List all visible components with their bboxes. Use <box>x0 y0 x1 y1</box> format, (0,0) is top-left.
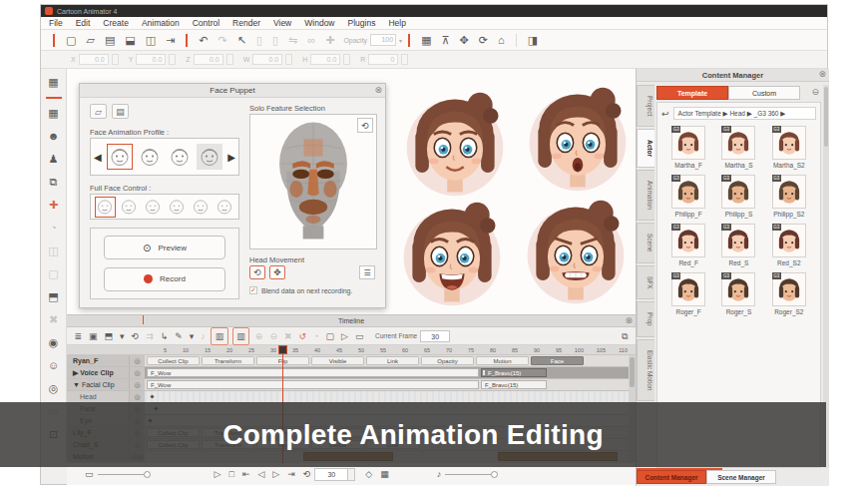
content-side-tab[interactable]: Elastic Motion <box>637 339 654 401</box>
transform-field-input[interactable]: 0.0 <box>252 54 282 65</box>
full-face-6[interactable] <box>215 197 235 218</box>
link-icon[interactable]: ∞ <box>302 31 320 50</box>
breadcrumb-back-icon[interactable]: ↩ <box>661 109 669 119</box>
new-project-icon[interactable]: ▢ <box>61 31 81 50</box>
menu-item[interactable]: Window <box>304 18 334 28</box>
next-frame-button[interactable]: ▷ <box>268 465 283 484</box>
transform-field-spinner[interactable] <box>401 54 408 65</box>
timeline-close-icon[interactable]: ⊗ <box>625 315 633 325</box>
menu-item[interactable]: Edit <box>76 18 91 28</box>
play-settings-icon[interactable]: ◇ <box>361 465 376 484</box>
frame-spinner[interactable] <box>348 468 355 481</box>
prop-icon[interactable]: ⬒ <box>48 285 58 308</box>
pin-icon[interactable]: ⊼ <box>437 31 455 50</box>
character-head-surprised[interactable] <box>520 81 636 201</box>
paste-icon[interactable]: ▯ <box>267 31 283 50</box>
save-profile-icon[interactable]: ▤ <box>112 104 129 119</box>
content-side-tab[interactable]: Project <box>637 85 654 127</box>
menu-item[interactable]: Render <box>232 18 260 28</box>
content-side-tab[interactable]: Prop <box>637 301 654 337</box>
motion-icon[interactable]: ♟ <box>49 148 59 171</box>
keyframe-lane[interactable] <box>145 391 636 402</box>
preview-button[interactable]: ⊙ Preview <box>104 236 225 259</box>
rotate-tool-icon[interactable]: ⟳ <box>474 31 493 50</box>
collect-clip-caret-icon[interactable]: ▾ <box>117 328 129 344</box>
character-head-laugh[interactable] <box>394 196 510 314</box>
template-item[interactable]: G3 Philipp_S2 <box>764 175 814 218</box>
template-item[interactable]: G3 Roger_F <box>663 272 713 315</box>
open-project-icon[interactable]: ▱ <box>81 31 99 50</box>
sample-key-icon[interactable]: ◔ <box>310 328 322 344</box>
content-side-tab[interactable]: Scene <box>637 223 654 262</box>
transform-field-input[interactable]: 0.0 <box>79 54 109 65</box>
reset-view-icon[interactable]: ⟲ <box>357 118 373 133</box>
move-tool-icon[interactable]: ✥ <box>455 31 474 50</box>
playback-frame-input[interactable]: 30 <box>314 468 348 481</box>
plugin-icon[interactable]: ✚ <box>49 194 58 217</box>
template-item[interactable]: G3 Martha_F <box>663 126 713 169</box>
menu-item[interactable]: Create <box>103 18 129 28</box>
track-list-icon[interactable]: ≣ <box>71 328 86 344</box>
facial-clip-bar[interactable]: F_Wow <box>147 380 479 389</box>
track-filter-button[interactable]: Face <box>531 356 584 365</box>
loop-playback-button[interactable]: ⟲ <box>299 465 315 484</box>
profile-face-boy[interactable] <box>137 144 163 170</box>
edit-motion-caret-icon[interactable]: ▾ <box>186 328 198 344</box>
transform-field-spinner[interactable] <box>169 54 176 65</box>
menu-item[interactable]: Help <box>388 18 405 28</box>
track-filter-button[interactable]: Visible <box>311 356 364 365</box>
solo-feature-box[interactable]: ⟲ <box>249 114 377 249</box>
stage-media-icon[interactable]: ▦ <box>48 102 58 125</box>
full-face-5[interactable] <box>191 197 212 218</box>
menu-item[interactable]: View <box>273 18 291 28</box>
timeline-ruler[interactable]: 5101520253035404550556065707580859095100… <box>67 345 636 355</box>
last-frame-button[interactable]: ⇥ <box>283 465 299 484</box>
content-side-tab[interactable]: Actor <box>637 129 654 168</box>
profile-face-girl[interactable] <box>107 144 133 170</box>
audio-volume-slider[interactable]: ♪ <box>433 465 499 484</box>
object-track-icon[interactable]: ▣ <box>86 328 102 344</box>
timeline-header[interactable]: Timeline ⊗ <box>67 315 636 327</box>
collect-clip-icon[interactable]: ⬒ <box>101 328 117 344</box>
zoom-region-icon[interactable]: ▥ <box>211 327 228 345</box>
track-gear-icon[interactable]: ◎ <box>129 379 145 390</box>
transform-field-spinner[interactable] <box>285 54 292 65</box>
export-icon[interactable]: ⇥ <box>161 31 180 50</box>
content-side-tab[interactable]: SFX <box>637 265 654 300</box>
track-name[interactable]: Ryan_F <box>67 355 129 366</box>
face-puppet-header[interactable]: Face Puppet ⊗ <box>80 84 385 98</box>
edit-motion-icon[interactable]: ✎ <box>172 328 187 344</box>
profile-face-round[interactable] <box>167 144 193 170</box>
template-item[interactable]: G3 Roger_S <box>713 272 763 315</box>
track-gear-icon[interactable]: ◎ <box>129 355 145 366</box>
full-face-2[interactable] <box>119 197 140 218</box>
content-manager-close-icon[interactable]: ⊗ <box>818 69 826 79</box>
track-filter-button[interactable]: Transform <box>202 356 254 365</box>
sprite-editor-icon[interactable]: ◫ <box>48 240 58 262</box>
transform-field-input[interactable]: 0.0 <box>310 54 340 65</box>
template-item[interactable]: G3 Roger_S2 <box>764 272 814 315</box>
zoom-out-icon[interactable]: ⊖ <box>266 328 281 344</box>
play-button[interactable]: ▷ <box>211 465 225 484</box>
track-filter-button[interactable]: Motion <box>476 356 529 365</box>
transform-field-input[interactable]: 0.0 <box>194 54 223 65</box>
playhead-handle[interactable] <box>278 345 287 354</box>
menu-item[interactable]: Animation <box>142 18 180 28</box>
redo-icon[interactable]: ↷ <box>214 31 232 50</box>
manager-tab[interactable]: Scene Manager <box>706 470 776 484</box>
head-movement-list-icon[interactable]: ☰ <box>359 265 375 279</box>
audio-track-icon[interactable]: ♪ <box>198 328 210 344</box>
content-tab[interactable]: Template <box>656 86 728 100</box>
content-manager-header[interactable]: Content Manager ⊗ <box>637 69 829 82</box>
track-filter-button[interactable]: Opacity <box>421 356 474 365</box>
first-frame-button[interactable]: ⇤ <box>238 465 254 484</box>
track-name[interactable]: Head <box>67 391 129 402</box>
zoom-fit-icon[interactable]: ▥ <box>232 327 250 345</box>
track-filter-button[interactable]: Collect Clip <box>147 356 200 365</box>
template-item[interactable]: G3 Red_S2 <box>764 224 814 266</box>
template-item[interactable]: G3 Martha_S <box>713 126 763 169</box>
home-view-icon[interactable]: ⌂ <box>493 31 510 50</box>
head-rotate-icon[interactable]: ⟲ <box>249 265 265 279</box>
volume-slider-knob[interactable] <box>491 471 498 478</box>
full-face-4[interactable] <box>167 197 188 218</box>
